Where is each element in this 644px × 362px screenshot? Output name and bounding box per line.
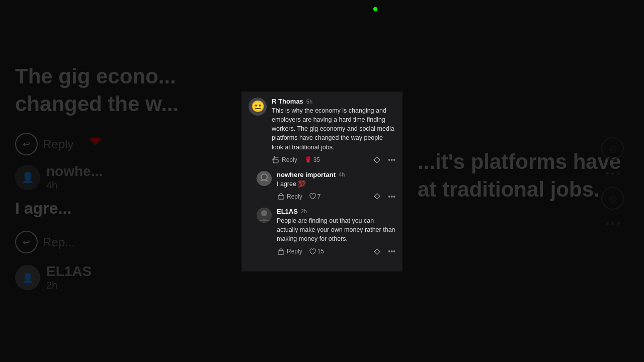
bg-right-dots1 [606, 172, 620, 175]
bg-right-panel: ...it's platforms haveat traditional job… [403, 0, 644, 362]
nowhere-header: nowhere important 4h [277, 171, 395, 178]
bg-reply-icon2: ↩ [15, 231, 38, 253]
nowhere-time: 4h [339, 171, 345, 177]
elias-reply-icon [277, 247, 285, 255]
svg-point-7 [262, 174, 267, 179]
reply-elias: EL1AS 2h People are finding out that you… [257, 208, 395, 255]
elias-username: EL1AS [277, 208, 298, 215]
nowhere-body: nowhere important 4h I agree 💯 Reply [277, 171, 395, 201]
reply-nowhere-important: nowhere important 4h I agree 💯 Reply [257, 171, 395, 201]
nowhere-actions: Reply 7 ••• [277, 193, 395, 201]
bg-nowhere-time: 4h [46, 179, 103, 191]
elias-reply-btn[interactable]: Reply [277, 247, 302, 255]
bg-agree-text: I agre... [15, 199, 226, 218]
bg-reply-row: ↩ Reply ❤ [15, 128, 226, 155]
elias-share-icon[interactable] [373, 247, 381, 255]
r-thomas-reply-btn[interactable]: Reply [272, 156, 297, 164]
r-thomas-like-count: 35 [313, 156, 320, 163]
r-thomas-username: R Thomas [272, 98, 303, 105]
bg-elias-row: 👤 EL1AS 2h [15, 263, 226, 291]
bg-reply-label2: Rep... [43, 235, 75, 249]
elias-body: EL1AS 2h People are finding out that you… [277, 208, 395, 255]
bg-right-icon2: ◎ [601, 187, 624, 210]
nowhere-like-count: 7 [317, 193, 321, 200]
bg-reply-label: Reply [43, 137, 73, 151]
elias-time: 2h [301, 208, 307, 214]
reply-icon [272, 156, 280, 164]
elias-header: EL1AS 2h [277, 208, 395, 215]
r-thomas-text: This is why the economy is changing and … [272, 106, 395, 152]
bg-nowhere-username: nowhe... [46, 163, 103, 179]
r-thomas-likes[interactable]: 🌹 35 [304, 156, 320, 163]
bg-right-icon1: ◎ [601, 137, 624, 160]
bottom-area [242, 272, 403, 362]
svg-point-10 [261, 210, 267, 216]
bg-text-right: ...it's platforms haveat traditional job… [418, 148, 629, 203]
svg-rect-8 [278, 196, 283, 199]
r-thomas-actions: Reply 🌹 35 ••• [272, 156, 395, 164]
elias-text: People are finding out that you can actu… [277, 216, 395, 243]
bg-right-dots2 [606, 222, 620, 225]
comments-panel[interactable]: 😐 R Thomas 5h This is why the economy is… [242, 92, 403, 272]
elias-likes[interactable]: 15 [309, 248, 324, 255]
video-area [242, 0, 403, 92]
r-thomas-body: R Thomas 5h This is why the economy is c… [272, 98, 395, 164]
bg-reply-row2: ↩ Rep... [15, 231, 226, 253]
r-thomas-header: R Thomas 5h [272, 98, 395, 105]
green-status-dot [373, 7, 377, 11]
elias-actions: Reply 15 ••• [277, 247, 395, 255]
nowhere-reply-label: Reply [287, 193, 302, 200]
bg-elias-time: 2h [46, 280, 92, 291]
bg-nowhere-avatar: 👤 [15, 165, 40, 190]
comments-modal: 😐 R Thomas 5h This is why the economy is… [242, 0, 403, 362]
elias-like-count: 15 [317, 248, 324, 255]
svg-text:👤: 👤 [22, 171, 34, 184]
nowhere-text: I agree 💯 [277, 179, 395, 189]
elias-avatar [257, 208, 272, 223]
bg-nowhere-row: 👤 nowhe... 4h [15, 163, 226, 191]
svg-text:👤: 👤 [22, 273, 34, 284]
r-thomas-avatar: 😐 [249, 98, 267, 116]
nowhere-reply-btn[interactable]: Reply [277, 193, 302, 201]
bg-elias-avatar: 👤 [15, 265, 40, 290]
svg-rect-4 [273, 159, 278, 163]
elias-more-btn[interactable]: ••• [388, 247, 395, 255]
bg-left-panel: The gig econo...changed the w... ↩ Reply… [0, 0, 242, 362]
bg-text-top: The gig econo...changed the w... [15, 63, 226, 118]
nowhere-likes[interactable]: 7 [309, 193, 321, 200]
r-thomas-more-btn[interactable]: ••• [388, 156, 395, 164]
rose-emoji: 🌹 [304, 156, 312, 163]
nowhere-username: nowhere important [277, 171, 336, 178]
nowhere-reply-icon [277, 193, 285, 201]
bg-reply-icon: ↩ [15, 133, 38, 155]
nowhere-avatar [257, 171, 272, 186]
elias-reply-label: Reply [287, 248, 302, 255]
r-thomas-reply-label: Reply [282, 156, 297, 163]
share-icon[interactable] [373, 156, 381, 164]
comment-r-thomas: 😐 R Thomas 5h This is why the economy is… [249, 98, 395, 164]
bg-elias-username: EL1AS [46, 263, 92, 280]
svg-rect-11 [278, 250, 283, 254]
nowhere-more-btn[interactable]: ••• [388, 193, 395, 201]
r-thomas-time: 5h [306, 99, 312, 105]
nowhere-share-icon[interactable] [373, 193, 381, 201]
